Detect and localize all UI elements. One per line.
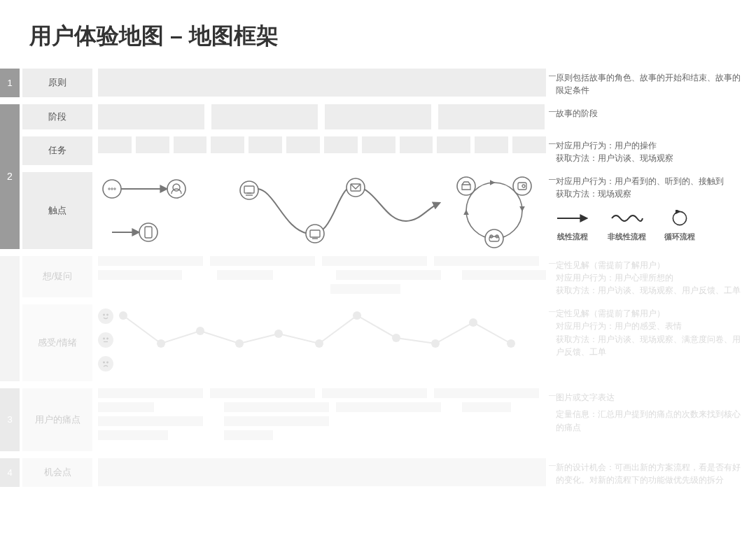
placeholder-bar: [136, 136, 169, 153]
row-content-task: [98, 136, 549, 165]
placeholder-bar: [322, 388, 427, 398]
placeholder-bar: [210, 256, 315, 266]
placeholder-bar: [98, 416, 203, 426]
svg-point-30: [157, 339, 165, 348]
svg-point-42: [104, 338, 105, 339]
svg-point-46: [107, 362, 108, 363]
svg-point-24: [485, 229, 503, 248]
placeholder-bar: [224, 430, 273, 440]
svg-point-41: [107, 314, 108, 316]
loop-icon: [668, 210, 692, 227]
row-label-emotion: 感受/情绪: [22, 304, 92, 381]
placeholder-bar: [98, 430, 168, 440]
row-phase: 阶段 故事的阶段: [20, 104, 742, 129]
placeholder-bar: [434, 256, 539, 266]
desc-text: 新的设计机会：可画出新的方案流程，看是否有好的变化。对新的流程下的功能做优先级的…: [556, 463, 741, 484]
placeholder-bar: [362, 136, 396, 153]
placeholder-bar: [462, 270, 546, 280]
row-content-phase: [98, 104, 549, 129]
svg-point-37: [431, 339, 440, 348]
row-label-phase: 阶段: [22, 104, 92, 129]
svg-point-15: [306, 225, 324, 243]
placeholder-bar: [98, 388, 203, 398]
section-number-blank: [0, 256, 20, 381]
placeholder-bar: [211, 104, 318, 129]
row-content-think: [98, 256, 549, 297]
leader-line: [549, 111, 556, 112]
group-2: 2 阶段 故事的阶段: [0, 104, 742, 249]
placeholder-bar: [224, 402, 329, 412]
row-content-principles: [98, 69, 549, 97]
leader-line: [549, 263, 556, 264]
row-painpoint: 3 用户的痛点: [0, 388, 742, 451]
row-label-touchpoint: 触点: [22, 172, 92, 249]
row-desc-think: 定性见解（需提前了解用户） 对应用户行为：用户心理所想的 获取方法：用户访谈、现…: [556, 256, 742, 297]
svg-point-20: [457, 177, 475, 195]
placeholder-bar: [98, 69, 546, 97]
row-content-emotion: [98, 304, 549, 381]
desc-text: 获取方法：现场观察: [556, 187, 742, 200]
desc-text: 定性见解（需提前了解用户）: [556, 307, 742, 320]
leader-line: [549, 179, 556, 180]
legend-linear: 线性流程: [556, 210, 589, 243]
placeholder-bar: [438, 104, 545, 129]
leader-line: [549, 311, 556, 312]
emotion-chart: [98, 304, 546, 381]
svg-point-36: [392, 334, 400, 342]
row-content-painpoint: [98, 388, 549, 451]
row-desc-phase: 故事的阶段: [556, 104, 742, 129]
legend-label: 线性流程: [557, 231, 588, 243]
svg-point-8: [139, 223, 158, 241]
page-title: 用户体验地图 – 地图框架: [29, 21, 742, 52]
leader-line: [549, 395, 556, 396]
svg-point-1: [103, 180, 121, 198]
svg-point-43: [107, 338, 108, 339]
row-label-principles: 原则: [22, 69, 92, 97]
desc-text: 对应用户行为：用户心理所想的: [556, 271, 742, 284]
leader-line: [549, 465, 556, 466]
placeholder-bar: [437, 136, 470, 153]
desc-text: 对应用户行为：用户的操作: [556, 139, 742, 152]
svg-point-40: [104, 314, 105, 316]
neutral-face-icon: [98, 332, 113, 348]
desc-text: 获取方法：用户访谈、现场观察、满意度问卷、用户反馈、工单: [556, 333, 742, 359]
placeholder-bar: [336, 402, 441, 412]
touchpoint-diagram: [98, 172, 546, 249]
leader-line: [549, 76, 556, 76]
placeholder-bar: [224, 416, 329, 426]
row-desc-painpoint: 图片或文字表达 定量信息：汇总用户提到的痛点的次数来找到核心的痛点: [556, 388, 742, 451]
placeholder-bar: [98, 136, 132, 153]
row-label-painpoint: 用户的痛点: [22, 388, 92, 451]
placeholder-bar: [330, 284, 400, 294]
placeholder-bar: [336, 270, 441, 280]
placeholder-bar: [98, 270, 182, 280]
placeholder-bar: [174, 136, 207, 153]
row-label-think: 想/疑问: [22, 256, 92, 297]
svg-point-35: [353, 311, 361, 320]
placeholder-bar: [98, 104, 204, 129]
placeholder-bar: [248, 136, 282, 153]
row-touchpoint: 触点: [20, 172, 742, 249]
svg-point-39: [507, 339, 515, 348]
sad-face-icon: [98, 356, 113, 371]
desc-text: 定性见解（需提前了解用户）: [556, 259, 742, 271]
row-think: 想/疑问: [20, 256, 742, 297]
row-content-opportunity: [98, 458, 549, 487]
row-content-touchpoint: [98, 172, 549, 249]
row-principles: 1 原则 原则包括故事的角色、故事的开始和结束、故事的限定条件: [0, 69, 742, 97]
process-legend: 线性流程 非线性流程 循环流程: [556, 210, 742, 243]
legend-label: 循环流程: [664, 231, 695, 243]
happy-face-icon: [98, 309, 113, 324]
desc-text: 原则包括故事的角色、故事的开始和结束、故事的限定条件: [556, 73, 741, 94]
section-number-1: 1: [0, 69, 20, 97]
desc-text: 对应用户行为：用户看到的、听到的、接触到: [556, 175, 742, 187]
leader-line: [549, 143, 556, 144]
desc-text: 定量信息：汇总用户提到的痛点的次数来找到核心的痛点: [556, 408, 742, 434]
row-desc-task: 对应用户行为：用户的操作 获取方法：用户访谈、现场观察: [556, 136, 742, 165]
desc-text: 对应用户行为：用户的感受、表情: [556, 320, 742, 332]
section-number-3: 3: [0, 388, 20, 451]
svg-point-29: [119, 311, 127, 320]
section-number-2: 2: [0, 104, 20, 249]
diagram-rows: 1 原则 原则包括故事的角色、故事的开始和结束、故事的限定条件 2 阶段: [0, 69, 742, 487]
desc-text: 故事的阶段: [556, 109, 598, 118]
